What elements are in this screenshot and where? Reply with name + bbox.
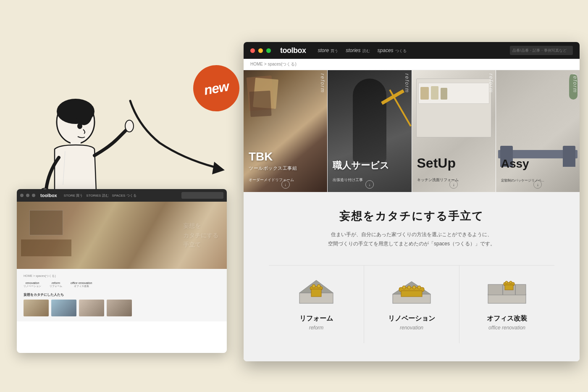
- old-browser-content: 妄想をカタチにする手立て HOME > spaces(つくる) renovati…: [17, 202, 227, 353]
- old-dot-1: [20, 194, 24, 197]
- section-desc-line2: 空間づくりの手立てを用意してまとめたのが「spaces（つくる）」です。: [269, 239, 554, 249]
- card-tbk-arrow[interactable]: ↓: [281, 180, 290, 189]
- new-breadcrumb: HOME > spaces(つくる): [244, 59, 580, 70]
- svg-rect-32: [509, 281, 512, 284]
- svg-rect-22: [407, 286, 411, 289]
- old-browser-search: [181, 192, 223, 199]
- old-thumb-4: [107, 300, 132, 316]
- cat-reform[interactable]: リフォーム reform: [269, 266, 364, 343]
- section-description: 住まい手が、自分にあった家づくりの方法を選ぶことができるように、 空間づくりの手…: [269, 230, 554, 248]
- old-browser: toolbox STORE 買う STORIES 読む SPACES つくる 妄…: [17, 189, 227, 353]
- svg-rect-16: [317, 284, 320, 288]
- svg-rect-20: [401, 291, 422, 297]
- cat-renovation-jp: リノベーション: [373, 314, 451, 323]
- cat-office-jp: オフィス改装: [468, 314, 546, 323]
- old-cat-office-en: office renovation: [71, 282, 92, 284]
- svg-rect-31: [505, 281, 508, 284]
- new-nav-stories-main: stories: [346, 47, 360, 53]
- svg-rect-15: [312, 284, 315, 288]
- cat-reform-icon: [295, 278, 337, 308]
- new-nav-stories-jp: 読む: [362, 48, 370, 54]
- office-icon-svg: [486, 278, 528, 308]
- card-shokunin-reform-label: reform: [402, 70, 412, 97]
- old-browser-bar: toolbox STORE 買う STORIES 読む SPACES つくる: [17, 189, 227, 202]
- old-browser-nav: STORE 買う STORIES 読む SPACES つくる: [64, 193, 136, 198]
- card-setup[interactable]: reform SetUp キッチン洗面リフォーム ↓: [412, 70, 496, 192]
- renovation-icon-svg: [391, 278, 433, 308]
- new-nav-spaces-jp: つくる: [395, 48, 407, 54]
- browser-dot-green: [266, 48, 271, 53]
- old-cat-reform-en: reform: [50, 282, 62, 284]
- new-browser-nav: store 買う stories 読む spaces つくる: [318, 47, 407, 54]
- old-cat-office-jp: オフィス改装: [71, 284, 92, 288]
- old-thumb-1: [24, 300, 49, 316]
- svg-rect-24: [417, 286, 421, 289]
- old-bottom-section: HOME > spaces(つくる) renovation リノベーション re…: [17, 269, 227, 321]
- old-dot-3: [32, 194, 35, 197]
- old-cat-renovation-jp: リノベーション: [24, 284, 41, 288]
- new-browser-logo: toolbox: [280, 46, 306, 55]
- cat-reform-jp: リフォーム: [277, 314, 355, 323]
- new-nav-stories: stories 読む: [346, 47, 370, 54]
- cat-office-en: office renovation: [468, 325, 546, 331]
- svg-rect-30: [505, 285, 513, 290]
- card-assy-arrow[interactable]: ↓: [533, 180, 542, 189]
- new-badge-text: new: [203, 79, 230, 98]
- card-assy-title: Assy: [501, 157, 575, 171]
- card-shokunin-arrow[interactable]: ↓: [365, 180, 374, 189]
- cat-renovation[interactable]: リノベーション renovation: [364, 266, 459, 343]
- new-nav-spaces: spaces つくる: [378, 47, 407, 54]
- cat-office-icon: [486, 278, 528, 308]
- old-cat-reform-jp: リフォーム: [50, 284, 62, 288]
- card-setup-reform-label: reform: [486, 70, 496, 97]
- old-cat-renovation: renovation リノベーション: [24, 282, 41, 288]
- card-tbk[interactable]: reform TBK ツールボックス工事組 オーダーメイドリフォーム ↓: [244, 70, 328, 192]
- section-heading: 妄想をカタチにする手立て: [269, 209, 554, 224]
- old-nav-spaces: SPACES つくる: [112, 193, 136, 198]
- old-breadcrumb: HOME > spaces(つくる): [24, 274, 220, 278]
- new-browser-content: HOME > spaces(つくる) reform TBK ツールボックス工事組…: [244, 59, 580, 361]
- cat-renovation-icon: [391, 278, 433, 308]
- card-tbk-title: TBK ツールボックス工事組: [249, 150, 322, 171]
- browser-dot-yellow: [258, 48, 263, 53]
- category-row: リフォーム reform: [269, 265, 554, 343]
- card-tbk-reform-label: reform: [318, 70, 327, 97]
- card-setup-arrow[interactable]: ↓: [449, 180, 458, 189]
- svg-point-3: [77, 123, 82, 129]
- card-shokunin[interactable]: reform 職人サービス 出張造り付け工事 ↓: [328, 70, 412, 192]
- old-section-title: 妄想をカタチにした人たち: [24, 292, 220, 297]
- old-nav-stories: STORIES 読む: [86, 193, 108, 198]
- old-categories-row: renovation リノベーション reform リフォーム office r…: [24, 282, 220, 288]
- new-nav-store-main: store: [318, 47, 329, 53]
- old-cat-renovation-en: renovation: [24, 282, 41, 284]
- new-browser-bar: toolbox store 買う stories 読む spaces つくる 品…: [244, 42, 580, 59]
- new-browser-search-box[interactable]: 品番/品番・記事・事例写真など: [510, 46, 573, 55]
- svg-point-2: [76, 102, 92, 125]
- old-browser-logo: toolbox: [40, 193, 57, 198]
- new-browser: toolbox store 買う stories 読む spaces つくる 品…: [244, 42, 580, 361]
- browser-dot-red: [250, 48, 255, 53]
- main-section: 妄想をカタチにする手立て 住まい手が、自分にあった家づくりの方法を選ぶことができ…: [244, 192, 580, 360]
- new-nav-spaces-main: spaces: [378, 47, 394, 53]
- new-nav-store: store 買う: [318, 47, 339, 54]
- svg-rect-21: [402, 286, 406, 289]
- svg-rect-14: [311, 289, 321, 297]
- card-shokunin-title: 職人サービス: [333, 160, 406, 171]
- old-hero-image: 妄想をカタチにする手立て: [17, 202, 227, 269]
- old-cat-reform: reform リフォーム: [50, 282, 62, 288]
- svg-rect-25: [488, 294, 526, 303]
- old-nav-store: STORE 買う: [64, 193, 83, 198]
- cat-office[interactable]: オフィス改装 office renovation: [459, 266, 554, 343]
- svg-marker-10: [212, 162, 225, 174]
- new-nav-store-jp: 買う: [331, 48, 338, 54]
- svg-rect-23: [412, 286, 416, 289]
- card-assy-reform-label: reform: [570, 70, 580, 97]
- card-tbk-title-jp: ツールボックス工事組: [249, 166, 322, 171]
- section-desc-line1: 住まい手が、自分にあった家づくりの方法を選ぶことができるように、: [269, 230, 554, 239]
- old-thumb-2: [51, 300, 76, 316]
- card-assy[interactable]: reform Assy 定額制のパッケージリノベ... ↓: [496, 70, 580, 192]
- cat-reform-en: reform: [277, 325, 355, 331]
- hero-cards-row: reform TBK ツールボックス工事組 オーダーメイドリフォーム ↓ ref…: [244, 70, 580, 192]
- old-thumb-3: [79, 300, 104, 316]
- old-dot-2: [26, 194, 29, 197]
